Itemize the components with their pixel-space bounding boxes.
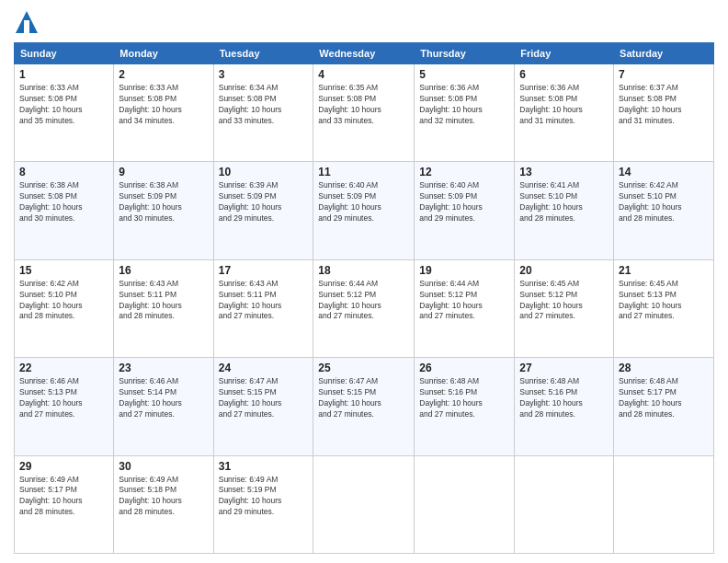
day-info: Sunrise: 6:39 AM Sunset: 5:09 PM Dayligh…	[219, 180, 309, 224]
day-number: 16	[119, 264, 208, 277]
weekday-header-monday: Monday	[114, 43, 213, 64]
logo	[14, 9, 43, 35]
day-info: Sunrise: 6:43 AM Sunset: 5:11 PM Dayligh…	[219, 279, 309, 323]
weekday-header-saturday: Saturday	[614, 43, 714, 64]
day-info: Sunrise: 6:49 AM Sunset: 5:18 PM Dayligh…	[119, 475, 208, 519]
day-cell-23: 23Sunrise: 6:46 AM Sunset: 5:14 PM Dayli…	[114, 358, 213, 455]
day-info: Sunrise: 6:42 AM Sunset: 5:10 PM Dayligh…	[619, 180, 709, 224]
page: SundayMondayTuesdayWednesdayThursdayFrid…	[0, 0, 728, 563]
day-cell-21: 21Sunrise: 6:45 AM Sunset: 5:13 PM Dayli…	[614, 259, 714, 357]
day-cell-13: 13Sunrise: 6:41 AM Sunset: 5:10 PM Dayli…	[515, 162, 614, 259]
day-number: 29	[19, 460, 108, 473]
day-cell-31: 31Sunrise: 6:49 AM Sunset: 5:19 PM Dayli…	[213, 455, 313, 553]
day-info: Sunrise: 6:44 AM Sunset: 5:12 PM Dayligh…	[318, 279, 409, 323]
day-number: 31	[219, 460, 309, 473]
day-cell-25: 25Sunrise: 6:47 AM Sunset: 5:15 PM Dayli…	[313, 358, 415, 455]
day-number: 28	[619, 362, 709, 374]
empty-cell	[313, 455, 415, 553]
day-number: 20	[519, 264, 609, 277]
day-number: 3	[219, 68, 309, 81]
day-info: Sunrise: 6:38 AM Sunset: 5:09 PM Dayligh…	[119, 180, 208, 224]
day-info: Sunrise: 6:43 AM Sunset: 5:11 PM Dayligh…	[119, 279, 208, 323]
day-info: Sunrise: 6:49 AM Sunset: 5:19 PM Dayligh…	[219, 475, 309, 519]
day-number: 4	[318, 68, 409, 81]
day-number: 30	[119, 460, 208, 473]
day-info: Sunrise: 6:41 AM Sunset: 5:10 PM Dayligh…	[519, 180, 609, 224]
day-number: 15	[19, 264, 108, 277]
day-info: Sunrise: 6:46 AM Sunset: 5:14 PM Dayligh…	[119, 376, 208, 420]
week-row-4: 22Sunrise: 6:46 AM Sunset: 5:13 PM Dayli…	[15, 358, 714, 455]
day-cell-6: 6Sunrise: 6:36 AM Sunset: 5:08 PM Daylig…	[515, 64, 614, 162]
day-cell-19: 19Sunrise: 6:44 AM Sunset: 5:12 PM Dayli…	[415, 259, 515, 357]
day-number: 12	[419, 166, 509, 178]
day-number: 25	[318, 362, 409, 374]
day-info: Sunrise: 6:42 AM Sunset: 5:10 PM Dayligh…	[19, 279, 108, 323]
empty-cell	[415, 455, 515, 553]
weekday-header-row: SundayMondayTuesdayWednesdayThursdayFrid…	[15, 43, 714, 64]
day-cell-5: 5Sunrise: 6:36 AM Sunset: 5:08 PM Daylig…	[415, 64, 515, 162]
day-info: Sunrise: 6:47 AM Sunset: 5:15 PM Dayligh…	[219, 376, 309, 420]
day-info: Sunrise: 6:47 AM Sunset: 5:15 PM Dayligh…	[318, 376, 409, 420]
weekday-header-wednesday: Wednesday	[313, 43, 415, 64]
day-cell-15: 15Sunrise: 6:42 AM Sunset: 5:10 PM Dayli…	[15, 259, 114, 357]
day-cell-24: 24Sunrise: 6:47 AM Sunset: 5:15 PM Dayli…	[213, 358, 313, 455]
day-cell-10: 10Sunrise: 6:39 AM Sunset: 5:09 PM Dayli…	[213, 162, 313, 259]
day-cell-29: 29Sunrise: 6:49 AM Sunset: 5:17 PM Dayli…	[15, 455, 114, 553]
day-cell-16: 16Sunrise: 6:43 AM Sunset: 5:11 PM Dayli…	[114, 259, 213, 357]
day-number: 22	[19, 362, 108, 374]
day-info: Sunrise: 6:37 AM Sunset: 5:08 PM Dayligh…	[619, 83, 709, 127]
day-cell-17: 17Sunrise: 6:43 AM Sunset: 5:11 PM Dayli…	[213, 259, 313, 357]
day-cell-7: 7Sunrise: 6:37 AM Sunset: 5:08 PM Daylig…	[614, 64, 714, 162]
day-cell-9: 9Sunrise: 6:38 AM Sunset: 5:09 PM Daylig…	[114, 162, 213, 259]
day-number: 6	[519, 68, 609, 81]
day-number: 7	[619, 68, 709, 81]
svg-rect-1	[24, 20, 29, 33]
day-cell-28: 28Sunrise: 6:48 AM Sunset: 5:17 PM Dayli…	[614, 358, 714, 455]
day-number: 14	[619, 166, 709, 178]
day-cell-1: 1Sunrise: 6:33 AM Sunset: 5:08 PM Daylig…	[15, 64, 114, 162]
weekday-header-friday: Friday	[515, 43, 614, 64]
day-number: 18	[318, 264, 409, 277]
day-info: Sunrise: 6:36 AM Sunset: 5:08 PM Dayligh…	[519, 83, 609, 127]
week-row-1: 1Sunrise: 6:33 AM Sunset: 5:08 PM Daylig…	[15, 64, 714, 162]
day-info: Sunrise: 6:33 AM Sunset: 5:08 PM Dayligh…	[19, 83, 108, 127]
day-cell-22: 22Sunrise: 6:46 AM Sunset: 5:13 PM Dayli…	[15, 358, 114, 455]
day-cell-20: 20Sunrise: 6:45 AM Sunset: 5:12 PM Dayli…	[515, 259, 614, 357]
day-number: 26	[419, 362, 509, 374]
day-cell-14: 14Sunrise: 6:42 AM Sunset: 5:10 PM Dayli…	[614, 162, 714, 259]
day-number: 17	[219, 264, 309, 277]
day-cell-8: 8Sunrise: 6:38 AM Sunset: 5:08 PM Daylig…	[15, 162, 114, 259]
day-number: 2	[119, 68, 208, 81]
week-row-3: 15Sunrise: 6:42 AM Sunset: 5:10 PM Dayli…	[15, 259, 714, 357]
day-number: 1	[19, 68, 108, 81]
day-info: Sunrise: 6:36 AM Sunset: 5:08 PM Dayligh…	[419, 83, 509, 127]
day-cell-4: 4Sunrise: 6:35 AM Sunset: 5:08 PM Daylig…	[313, 64, 415, 162]
day-number: 23	[119, 362, 208, 374]
weekday-header-sunday: Sunday	[15, 43, 114, 64]
day-number: 27	[519, 362, 609, 374]
day-cell-26: 26Sunrise: 6:48 AM Sunset: 5:16 PM Dayli…	[415, 358, 515, 455]
day-info: Sunrise: 6:48 AM Sunset: 5:16 PM Dayligh…	[519, 376, 609, 420]
day-info: Sunrise: 6:44 AM Sunset: 5:12 PM Dayligh…	[419, 279, 509, 323]
weekday-header-tuesday: Tuesday	[213, 43, 313, 64]
day-cell-2: 2Sunrise: 6:33 AM Sunset: 5:08 PM Daylig…	[114, 64, 213, 162]
day-number: 24	[219, 362, 309, 374]
day-cell-12: 12Sunrise: 6:40 AM Sunset: 5:09 PM Dayli…	[415, 162, 515, 259]
day-cell-18: 18Sunrise: 6:44 AM Sunset: 5:12 PM Dayli…	[313, 259, 415, 357]
day-info: Sunrise: 6:48 AM Sunset: 5:16 PM Dayligh…	[419, 376, 509, 420]
day-info: Sunrise: 6:48 AM Sunset: 5:17 PM Dayligh…	[619, 376, 709, 420]
day-number: 8	[19, 166, 108, 178]
day-info: Sunrise: 6:34 AM Sunset: 5:08 PM Dayligh…	[219, 83, 309, 127]
day-number: 21	[619, 264, 709, 277]
day-number: 11	[318, 166, 409, 178]
day-info: Sunrise: 6:46 AM Sunset: 5:13 PM Dayligh…	[19, 376, 108, 420]
week-row-5: 29Sunrise: 6:49 AM Sunset: 5:17 PM Dayli…	[15, 455, 714, 553]
day-cell-30: 30Sunrise: 6:49 AM Sunset: 5:18 PM Dayli…	[114, 455, 213, 553]
day-cell-11: 11Sunrise: 6:40 AM Sunset: 5:09 PM Dayli…	[313, 162, 415, 259]
empty-cell	[515, 455, 614, 553]
week-row-2: 8Sunrise: 6:38 AM Sunset: 5:08 PM Daylig…	[15, 162, 714, 259]
day-info: Sunrise: 6:38 AM Sunset: 5:08 PM Dayligh…	[19, 180, 108, 224]
day-number: 5	[419, 68, 509, 81]
day-info: Sunrise: 6:35 AM Sunset: 5:08 PM Dayligh…	[318, 83, 409, 127]
logo-icon	[14, 9, 40, 35]
